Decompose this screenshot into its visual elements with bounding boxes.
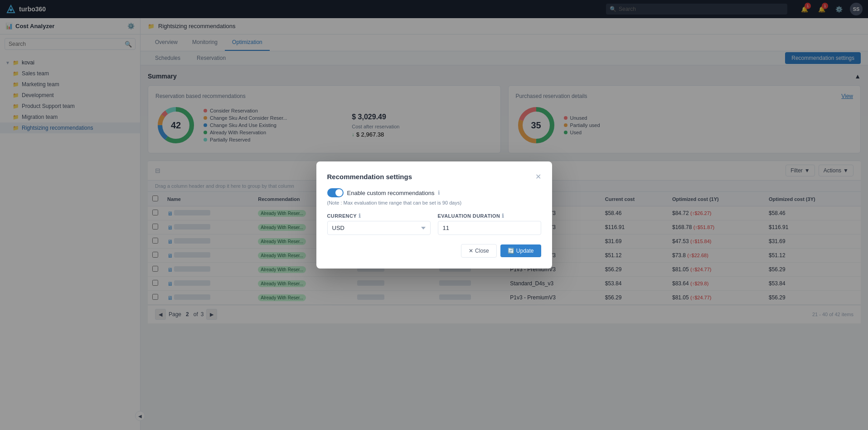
currency-info-icon: ℹ: [359, 213, 361, 219]
currency-label: Currency ℹ: [327, 213, 431, 219]
close-x-icon: ✕: [469, 248, 473, 254]
modal-header: Recommendation settings ✕: [327, 172, 541, 181]
evaluation-label: Evaluation duration ℹ: [438, 213, 541, 219]
modal-note: (Note : Max evaluation time range that c…: [327, 200, 541, 205]
modal-title: Recommendation settings: [327, 173, 412, 181]
toggle-slider: [327, 188, 344, 197]
currency-select[interactable]: USD EUR GBP AUD: [327, 221, 431, 235]
currency-field-group: Currency ℹ USD EUR GBP AUD: [327, 213, 431, 235]
info-icon: ℹ: [438, 190, 440, 196]
toggle-row: Enable custom recommendations ℹ: [327, 188, 541, 197]
update-icon: 🔄: [508, 248, 514, 254]
modal-footer: ✕ Close 🔄 Update: [327, 244, 541, 258]
close-button[interactable]: ✕ Close: [461, 244, 497, 258]
evaluation-info-icon: ℹ: [502, 213, 504, 219]
recommendation-settings-modal: Recommendation settings ✕ Enable custom …: [316, 161, 552, 269]
enable-recommendations-toggle[interactable]: [327, 188, 344, 197]
modal-overlay: Recommendation settings ✕ Enable custom …: [0, 0, 868, 430]
evaluation-field-group: Evaluation duration ℹ: [438, 213, 541, 235]
evaluation-duration-input[interactable]: [438, 221, 541, 235]
toggle-label: Enable custom recommendations: [347, 190, 435, 196]
update-button[interactable]: 🔄 Update: [500, 244, 541, 257]
modal-close-button[interactable]: ✕: [535, 172, 541, 181]
modal-fields: Currency ℹ USD EUR GBP AUD Evaluation du…: [327, 213, 541, 235]
